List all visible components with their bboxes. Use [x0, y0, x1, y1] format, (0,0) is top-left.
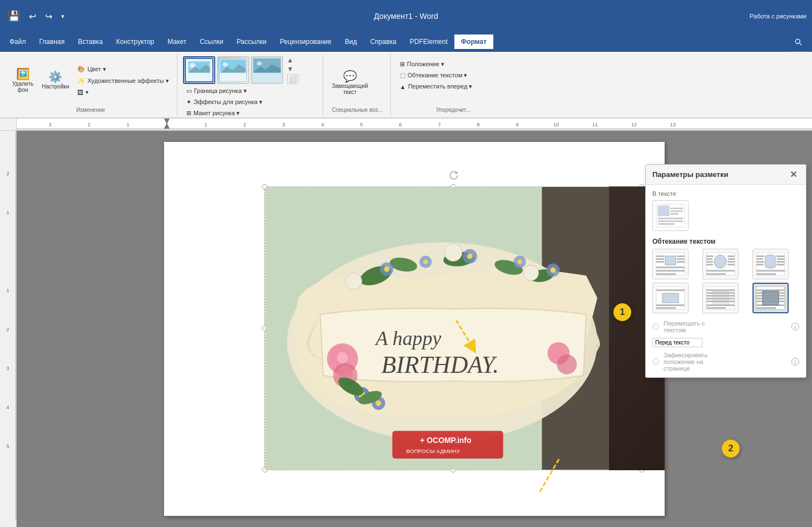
- ribbon-group-change: 🖼️ Удалитьфон ⚙️ Настройки 🎨 Цвет ▾ ✨ Ху…: [4, 54, 177, 115]
- tab-format[interactable]: Формат: [454, 35, 493, 49]
- svg-text:A happy: A happy: [375, 327, 442, 349]
- border-btn[interactable]: ▭ Граница рисунка ▾: [183, 86, 266, 96]
- svg-text:+ OCOMP.info: + OCOMP.info: [420, 436, 471, 445]
- fix-position-radio[interactable]: [652, 358, 659, 365]
- svg-text:2: 2: [6, 327, 9, 332]
- svg-text:1: 1: [6, 288, 9, 293]
- tab-file[interactable]: Файл: [3, 35, 33, 49]
- alt-text-label: Замещающийтекст: [332, 83, 368, 95]
- svg-point-71: [548, 343, 563, 358]
- tab-references[interactable]: Ссылки: [193, 35, 230, 49]
- tab-pdfelement[interactable]: PDFElement: [403, 35, 454, 49]
- svg-point-53: [518, 259, 522, 264]
- style-buttons: ▲ ▼ ⬜: [183, 56, 299, 84]
- style-preview-1[interactable]: [183, 56, 215, 84]
- svg-rect-122: [656, 289, 685, 291]
- wrap-top-bottom[interactable]: [652, 283, 689, 313]
- wrap-options: [652, 249, 799, 313]
- front-text-input[interactable]: [652, 338, 702, 347]
- svg-rect-79: [658, 206, 669, 216]
- tab-help[interactable]: Справка: [364, 35, 403, 49]
- svg-rect-132: [706, 304, 735, 306]
- inline-option[interactable]: [652, 200, 689, 231]
- inline-section-title: В тексте: [652, 190, 799, 197]
- move-info-btn[interactable]: i: [791, 323, 799, 331]
- svg-rect-133: [706, 307, 726, 309]
- alt-text-btn[interactable]: 💬 Замещающийтекст: [329, 69, 372, 97]
- svg-rect-80: [658, 218, 683, 219]
- ruler-corner: [0, 119, 17, 130]
- svg-rect-118: [756, 270, 785, 272]
- svg-rect-89: [656, 258, 664, 260]
- svg-text:2: 2: [87, 122, 90, 127]
- remove-bg-btn[interactable]: 🖼️ Удалитьфон: [9, 67, 37, 95]
- move-with-text-radio[interactable]: [652, 323, 659, 330]
- svg-rect-95: [656, 270, 685, 272]
- wrap-through[interactable]: [752, 249, 789, 279]
- artistic-label: Художественные эффекты ▾: [87, 77, 169, 85]
- tab-layout[interactable]: Макет: [161, 35, 193, 49]
- image-container[interactable]: A happy BIRTHDAY. + OCOMP.info ВОПРОСЫ А…: [264, 186, 642, 470]
- svg-rect-127: [706, 289, 735, 291]
- picture-layout-btn[interactable]: ⊞ Макет рисунка ▾: [183, 109, 266, 118]
- style-preview-2[interactable]: [217, 56, 249, 84]
- color-label: Цвет ▾: [87, 66, 106, 73]
- special-group-label: Специальные воз...: [329, 105, 386, 113]
- effects-icon: ✦: [186, 98, 191, 106]
- save-icon[interactable]: 💾: [6, 9, 22, 23]
- svg-text:6: 6: [399, 122, 402, 127]
- fix-position-label: Зафиксироватьположение настранице: [664, 352, 707, 372]
- svg-rect-114: [776, 255, 785, 257]
- tab-design[interactable]: Конструктор: [110, 35, 161, 49]
- picture-small-label: ▾: [86, 89, 88, 95]
- artistic-icon: ✨: [77, 77, 85, 85]
- style-preview-3[interactable]: [251, 56, 283, 84]
- style-more[interactable]: ⬜: [287, 74, 299, 84]
- svg-rect-115: [777, 258, 785, 260]
- wrap-behind[interactable]: [702, 283, 739, 313]
- style-scroll-down[interactable]: ▼: [287, 65, 299, 73]
- special-buttons: 💬 Замещающийтекст: [329, 56, 372, 105]
- document-area: A happy BIRTHDAY. + OCOMP.info ВОПРОСЫ А…: [17, 131, 812, 527]
- bring-forward-btn[interactable]: ▲ Переместить вперед ▾: [397, 82, 476, 91]
- tab-insert[interactable]: Вставка: [71, 35, 110, 49]
- picture-effects-small-btn[interactable]: 🖼 ▾: [74, 88, 172, 97]
- svg-text:1: 1: [126, 122, 129, 127]
- tab-home[interactable]: Главная: [33, 35, 72, 49]
- tab-view[interactable]: Вид: [338, 35, 364, 49]
- svg-text:2: 2: [243, 122, 246, 127]
- wrap-tight[interactable]: [702, 249, 739, 279]
- picture-effects-btn[interactable]: ✦ Эффекты для рисунка ▾: [183, 97, 266, 107]
- settings-btn[interactable]: ⚙️ Настройки: [38, 70, 72, 91]
- ruler-container: 3 2 1 · 1 2 3 4 5 6 7 8 9 10 11 12 13: [0, 119, 812, 131]
- svg-rect-88: [656, 255, 664, 257]
- layout-panel: Параметры разметки ✕ В тексте: [645, 164, 806, 378]
- undo-icon[interactable]: ↩: [27, 10, 38, 23]
- tab-mailings[interactable]: Рассылки: [230, 35, 273, 49]
- wrap-in-front[interactable]: [752, 283, 789, 313]
- search-icon[interactable]: [787, 32, 809, 52]
- callout-2: 2: [722, 440, 740, 457]
- redo-icon[interactable]: ↪: [43, 10, 55, 23]
- svg-point-8: [256, 61, 261, 65]
- style-scroll-up[interactable]: ▲: [287, 56, 299, 64]
- svg-rect-141: [756, 307, 776, 309]
- svg-rect-105: [727, 261, 735, 263]
- wrap-square[interactable]: [652, 249, 689, 279]
- svg-point-57: [444, 244, 462, 262]
- svg-rect-85: [670, 213, 679, 215]
- svg-rect-99: [706, 255, 714, 257]
- ruler-vertical: 2 1 · 1 2 3 4 5: [0, 131, 17, 527]
- artistic-effects-btn[interactable]: ✨ Художественные эффекты ▾: [74, 76, 172, 86]
- svg-text:11: 11: [592, 122, 598, 127]
- remove-bg-label: Удалитьфон: [12, 81, 33, 93]
- color-btn[interactable]: 🎨 Цвет ▾: [74, 65, 172, 74]
- tab-review[interactable]: Рецензирование: [273, 35, 338, 49]
- svg-rect-124: [656, 307, 676, 309]
- fix-info-btn[interactable]: i: [791, 358, 799, 366]
- svg-point-58: [523, 265, 539, 280]
- layout-panel-close-btn[interactable]: ✕: [788, 169, 799, 180]
- position-btn[interactable]: ⊞ Положение ▾: [397, 60, 476, 69]
- wrap-text-btn[interactable]: ⬚ Обтекание текстом ▾: [397, 71, 476, 80]
- customize-icon[interactable]: ▾: [59, 12, 67, 21]
